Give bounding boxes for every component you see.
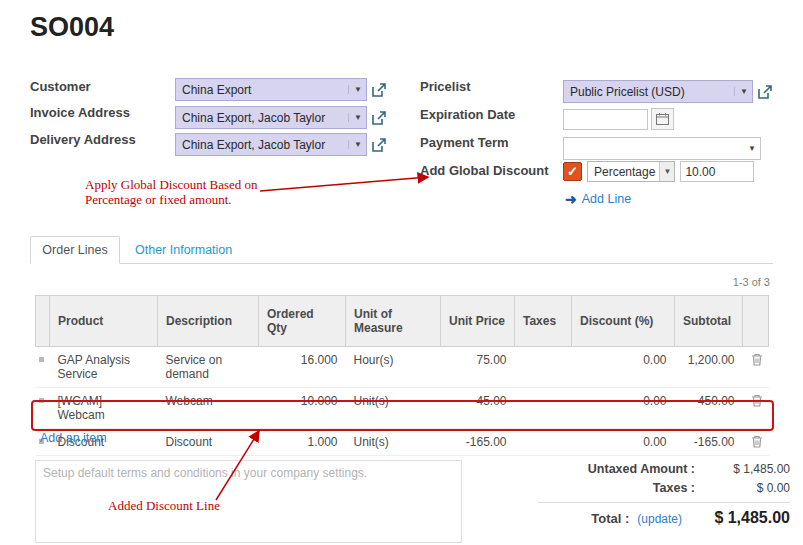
cell-subtotal: -165.00 <box>675 429 743 456</box>
customer-select[interactable]: China Export ▼ <box>175 78 367 101</box>
cell-unit-of-measure: Hour(s) <box>346 347 441 388</box>
pricelist-value: Public Pricelist (USD) <box>570 85 685 99</box>
global-discount-label: Add Global Discount <box>420 163 549 178</box>
row-handle <box>36 347 50 388</box>
order-lines-table: Product Description Ordered Qty Unit of … <box>35 295 769 456</box>
cell-ordered-qty: 16.000 <box>259 347 346 388</box>
untaxed-amount-value: $ 1,485.00 <box>695 462 790 476</box>
total-label: Total : <box>591 511 629 526</box>
col-discount: Discount (%) <box>572 296 675 347</box>
delete-row-cell <box>743 347 769 388</box>
chevron-down-icon: ▼ <box>743 144 756 153</box>
external-link-icon[interactable] <box>757 84 773 100</box>
add-line-label: Add Line <box>582 192 631 206</box>
delete-row-cell <box>743 429 769 456</box>
expiration-date-label: Expiration Date <box>420 107 515 122</box>
discount-type-value: Percentage <box>588 165 659 179</box>
add-line-button[interactable]: ➜ Add Line <box>565 191 631 207</box>
cell-unit-of-measure: Unit(s) <box>346 429 441 456</box>
pricelist-label: Pricelist <box>420 79 471 94</box>
delivery-address-label: Delivery Address <box>30 132 136 147</box>
update-link[interactable]: (update) <box>637 512 682 526</box>
pricelist-select[interactable]: Public Pricelist (USD) ▼ <box>563 80 753 103</box>
cell-discount: 0.00 <box>572 347 675 388</box>
cell-taxes <box>515 388 572 429</box>
col-product: Product <box>50 296 158 347</box>
page-title: SO004 <box>30 12 114 43</box>
invoice-address-select[interactable]: China Export, Jacob Taylor ▼ <box>175 106 367 129</box>
col-subtotal: Subtotal <box>675 296 743 347</box>
chevron-down-icon: ▼ <box>348 85 362 94</box>
col-unit-price: Unit Price <box>441 296 515 347</box>
external-link-icon[interactable] <box>371 110 387 126</box>
cell-unit-price: -165.00 <box>441 429 515 456</box>
customer-label: Customer <box>30 79 91 94</box>
discount-type-select[interactable]: Percentage ▼ <box>587 161 675 182</box>
tabs-divider <box>30 263 773 264</box>
chevron-down-icon: ▼ <box>659 162 674 181</box>
cell-taxes <box>515 347 572 388</box>
cell-unit-price: 45.00 <box>441 388 515 429</box>
tab-order-lines[interactable]: Order Lines <box>30 236 120 264</box>
totals-divider <box>538 502 790 503</box>
taxes-value: $ 0.00 <box>695 481 790 495</box>
pager: 1-3 of 3 <box>733 276 770 288</box>
cell-description: Webcam <box>158 388 259 429</box>
calendar-icon[interactable] <box>651 108 674 130</box>
invoice-address-value: China Export, Jacob Taylor <box>182 111 325 125</box>
cell-subtotal: 450.00 <box>675 388 743 429</box>
payment-term-select[interactable]: ▼ <box>563 137 761 160</box>
cell-ordered-qty: 10.000 <box>259 388 346 429</box>
terms-textarea[interactable] <box>35 460 462 543</box>
col-unit-of-measure: Unit of Measure <box>346 296 441 347</box>
cell-product: GAP Analysis Service <box>50 347 158 388</box>
expiration-date-input[interactable] <box>563 109 648 130</box>
untaxed-amount-label: Untaxed Amount : <box>490 462 695 476</box>
tab-other-information[interactable]: Other Information <box>135 243 232 257</box>
payment-term-label: Payment Term <box>420 135 509 150</box>
table-row[interactable]: [WCAM] Webcam Webcam 10.000 Unit(s) 45.0… <box>36 388 769 429</box>
trash-icon[interactable] <box>751 394 763 407</box>
chevron-down-icon: ▼ <box>348 113 362 122</box>
untaxed-amount-row: Untaxed Amount : $ 1,485.00 <box>490 462 790 476</box>
cell-description: Service on demand <box>158 347 259 388</box>
cell-discount: 0.00 <box>572 429 675 456</box>
total-value: $ 1,485.00 <box>690 509 790 527</box>
global-discount-checkbox[interactable]: ✓ <box>563 162 582 181</box>
handle-column-header <box>36 296 50 347</box>
global-discount-annotation: Apply Global Discount Based on Percentag… <box>85 177 277 207</box>
add-an-item-link[interactable]: Add an item <box>40 431 107 445</box>
delivery-address-value: China Export, Jacob Taylor <box>182 138 325 152</box>
cell-description: Discount <box>158 429 259 456</box>
cell-unit-of-measure: Unit(s) <box>346 388 441 429</box>
cell-subtotal: 1,200.00 <box>675 347 743 388</box>
trash-icon[interactable] <box>751 353 763 366</box>
col-taxes: Taxes <box>515 296 572 347</box>
arrow-right-icon: ➜ <box>565 191 577 207</box>
chevron-down-icon: ▼ <box>348 140 362 149</box>
discount-amount-input[interactable] <box>680 161 754 182</box>
cell-product: [WCAM] Webcam <box>50 388 158 429</box>
col-delete <box>743 296 769 347</box>
delete-row-cell <box>743 388 769 429</box>
delivery-address-select[interactable]: China Export, Jacob Taylor ▼ <box>175 133 367 156</box>
external-link-icon[interactable] <box>371 82 387 98</box>
taxes-row: Taxes : $ 0.00 <box>490 481 790 495</box>
external-link-icon[interactable] <box>371 137 387 153</box>
cell-discount: 0.00 <box>572 388 675 429</box>
col-description: Description <box>158 296 259 347</box>
taxes-label: Taxes : <box>490 481 695 495</box>
row-handle <box>36 388 50 429</box>
discount-line-annotation: Added Discount Line <box>108 498 220 513</box>
cell-ordered-qty: 1.000 <box>259 429 346 456</box>
tab-order-lines-label: Order Lines <box>42 243 107 257</box>
table-row[interactable]: GAP Analysis Service Service on demand 1… <box>36 347 769 388</box>
col-ordered-qty: Ordered Qty <box>259 296 346 347</box>
total-row: Total : (update) $ 1,485.00 <box>490 509 790 527</box>
table-row-discount[interactable]: Discount Discount 1.000 Unit(s) -165.00 … <box>36 429 769 456</box>
trash-icon[interactable] <box>751 435 763 448</box>
table-header-row: Product Description Ordered Qty Unit of … <box>36 296 769 347</box>
invoice-address-label: Invoice Address <box>30 105 130 120</box>
cell-unit-price: 75.00 <box>441 347 515 388</box>
cell-taxes <box>515 429 572 456</box>
